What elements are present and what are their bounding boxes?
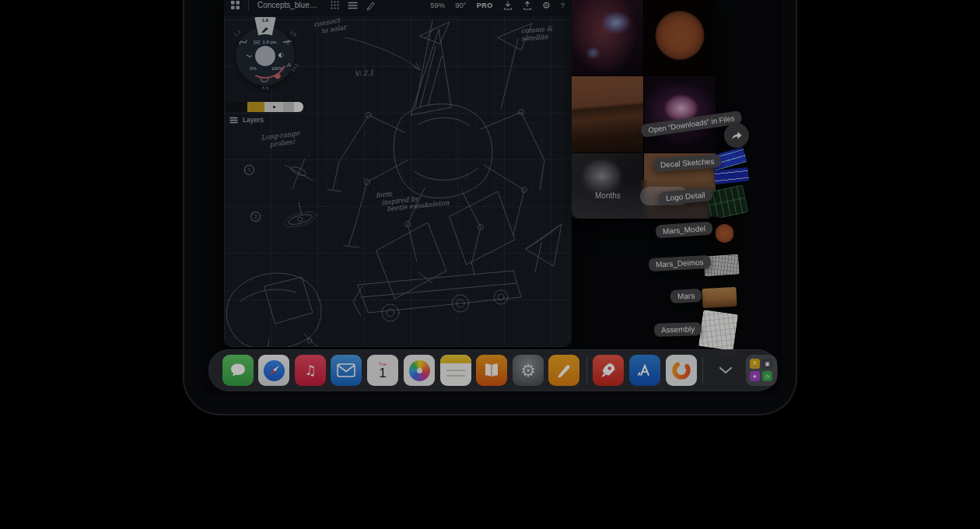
chevron-down-icon <box>719 366 733 374</box>
dock-app-mail[interactable] <box>331 355 362 386</box>
concepts-toolbar: Concepts_blue… 59% 90° PRO <box>224 0 572 16</box>
page: connect to solar comms & satellite V: 2.… <box>0 0 980 529</box>
dock-app-books[interactable] <box>476 355 507 386</box>
drag-thumb-mars[interactable] <box>702 287 737 308</box>
photo-orion-nebula[interactable] <box>644 76 716 152</box>
message-bubble-icon <box>228 360 248 380</box>
zoom-level[interactable]: 59% <box>430 1 445 9</box>
mini-tips-icon: 💡 <box>750 359 760 369</box>
stroke-width-value: 1.6 pts <box>262 40 276 44</box>
photos-flower-icon <box>409 360 430 381</box>
pen-icon <box>554 360 574 380</box>
drag-label-mars-deimos[interactable]: Mars_Deimos <box>649 255 711 272</box>
dock-app-calendar[interactable]: Tue 1 <box>367 355 398 386</box>
notes-header-strip <box>440 355 471 363</box>
share-arrow-badge[interactable] <box>724 123 749 148</box>
tool-size-bottom: 6.9 <box>262 86 268 90</box>
photo-mars-dune-landscape[interactable] <box>572 76 643 152</box>
precision-grid-icon[interactable] <box>331 1 339 9</box>
dock-app-appstore[interactable] <box>629 355 660 386</box>
open-book-icon <box>482 362 501 379</box>
dock: ♫ Tue 1 <box>208 349 778 391</box>
mini-star-icon: ★ <box>750 371 760 381</box>
app-library-grid-icon: 💡 ▣ ★ ◷ <box>750 359 773 381</box>
dock-collapse-chevron[interactable] <box>716 361 735 380</box>
ipad-screen: connect to solar comms & satellite V: 2.… <box>201 0 782 394</box>
drag-thumb-mars-model[interactable] <box>706 216 743 250</box>
toolbar-divider <box>248 1 249 10</box>
dock-app-safari[interactable] <box>258 355 289 386</box>
canvas-rotation[interactable]: 90° <box>455 1 466 9</box>
mini-camera-icon: ▣ <box>762 359 772 369</box>
calendar-day: 1 <box>379 366 386 380</box>
drag-label-mars[interactable]: Mars <box>670 289 702 303</box>
text-tool-icon[interactable]: A <box>287 61 291 68</box>
import-icon[interactable] <box>503 1 513 10</box>
opacity-half-icon: ◐ <box>278 51 284 58</box>
settings-gear-glyph: ⚙ <box>513 355 544 386</box>
dock-app-photos[interactable] <box>404 355 435 386</box>
dock-app-concepts[interactable] <box>666 355 697 386</box>
concepts-c-icon <box>669 358 694 383</box>
swatch-black[interactable] <box>226 102 247 112</box>
mail-envelope-icon <box>337 363 355 377</box>
layers-label: Layers <box>243 116 264 124</box>
appstore-a-icon <box>635 360 655 380</box>
concepts-app-window[interactable]: connect to solar comms & satellite V: 2.… <box>224 0 572 347</box>
workspace-grid-icon[interactable] <box>231 1 240 9</box>
document-title[interactable]: Concepts_blue… <box>257 1 317 9</box>
photo-mars-globe[interactable] <box>644 0 716 75</box>
dock-app-settings[interactable]: ⚙ <box>513 355 544 386</box>
help-button[interactable]: ? <box>561 1 565 9</box>
tool-wheel-inner[interactable]: 1.6 pts ◐ 0% 100% <box>243 34 287 78</box>
swatch-gray[interactable] <box>283 102 294 112</box>
dock-app-notes[interactable] <box>440 355 471 386</box>
rocket-icon <box>598 360 618 380</box>
annotation-comms-satellite: comms & satellite <box>520 26 553 43</box>
dock-app-rocket[interactable] <box>593 355 624 386</box>
share-arrow-icon <box>730 130 743 141</box>
dock-app-sketch-pen[interactable] <box>548 355 579 386</box>
photo-horsehead-nebula[interactable] <box>572 0 643 75</box>
opacity-min-label: 0% <box>250 66 257 71</box>
photos-app-window[interactable]: Months All <box>572 0 716 219</box>
drag-label-mars-model[interactable]: Mars_Model <box>655 221 712 238</box>
dock-divider-1 <box>586 357 587 384</box>
music-note-icon: ♫ <box>295 355 326 386</box>
layers-menu-icon <box>229 117 238 124</box>
swatch-white[interactable] <box>294 102 303 112</box>
pen-tool-icon <box>261 26 270 33</box>
segment-months[interactable]: Months <box>595 191 621 200</box>
mini-clock-icon: ◷ <box>762 371 772 381</box>
drag-label-assembly[interactable]: Assembly <box>654 322 702 337</box>
color-preview-circle[interactable] <box>255 46 275 66</box>
pressure-curve-icon <box>246 53 253 58</box>
drag-thumb-assembly[interactable] <box>698 310 738 351</box>
layers-button[interactable]: Layers <box>229 116 264 124</box>
selected-swatch-dot <box>273 106 275 108</box>
safari-compass-icon <box>262 359 286 383</box>
stroke-preview-icon <box>254 40 260 44</box>
ipad-device-frame: connect to solar comms & satellite V: 2.… <box>184 0 796 414</box>
opacity-max-label: 100% <box>271 66 283 71</box>
dock-divider-2 <box>702 357 703 384</box>
pro-badge[interactable]: PRO <box>477 2 493 9</box>
color-swatch-bar <box>226 102 303 112</box>
export-share-icon[interactable] <box>523 1 532 10</box>
swatch-gold[interactable] <box>247 102 264 112</box>
stroke-menu-icon[interactable] <box>348 2 358 9</box>
dock-app-music[interactable]: ♫ <box>295 355 326 386</box>
dock-app-library[interactable]: 💡 ▣ ★ ◷ <box>746 355 777 386</box>
settings-gear-icon[interactable]: ⚙ <box>542 0 551 11</box>
dock-app-messages[interactable] <box>222 355 254 386</box>
tool-wheel[interactable]: 1.6 1.3 3.5 14.5 6.9 A 1.6 pt <box>236 26 295 86</box>
swatch-light-selected[interactable] <box>264 102 283 112</box>
selection-pen-icon[interactable] <box>366 1 376 10</box>
selected-tool-size: 1.6 <box>254 18 277 23</box>
